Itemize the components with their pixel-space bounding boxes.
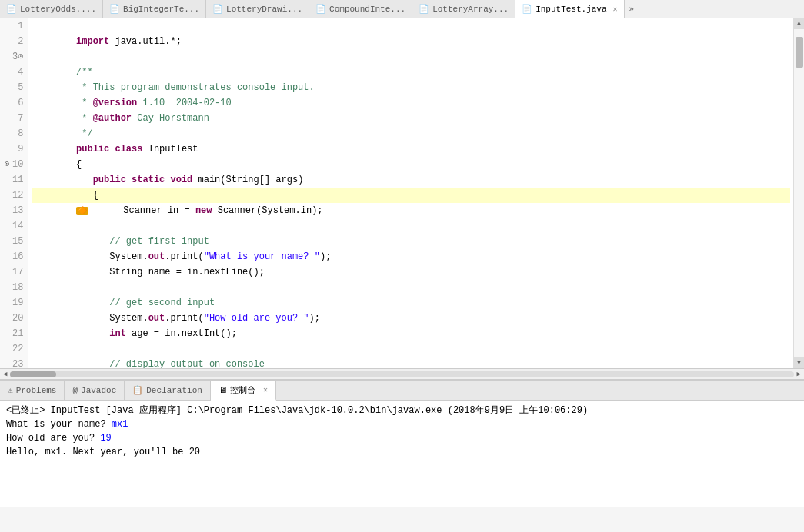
code-line-1: import java.util.*; [32,18,790,34]
tab-javadoc[interactable]: @ Javadoc [65,381,125,400]
console-run-text: <已终止> InputTest [Java 应用程序] C:\Program F… [6,405,588,416]
tab-label: CompoundInte... [329,5,405,14]
code-line-18: // get second input [32,280,790,295]
line-num: 4 [18,65,23,80]
code-line-14: // get first input [32,218,790,234]
breakpoint-marker: 🔶 [76,207,88,215]
editor-container: 1 2 3⊙ 4 5 6 7 8 9 ⊙10 11 12 13 14 15 16… [0,18,804,380]
code-line-22: // display output on console [32,341,790,357]
code-line-8: public class InputTest [32,126,790,141]
console-line-3: Hello, mx1. Next year, you'll be 20 [6,445,798,459]
console-run-line: <已终止> InputTest [Java 应用程序] C:\Program F… [6,404,798,417]
line-num: 13 [12,203,23,218]
problems-icon: ⚠ [8,385,13,395]
tab-icon: 📄 [419,4,429,14]
line-num: 17 [12,264,23,280]
tab-label: LotteryDrawi... [226,5,302,14]
line-num: 5 [18,80,23,95]
javadoc-icon: @ [72,386,78,395]
tab-label: 控制台 [230,384,255,396]
line-num: 6 [18,95,23,111]
line-num: 15 [12,234,23,249]
line-num: 20 [12,311,23,326]
bottom-panel: ⚠ Problems @ Javadoc 📋 Declaration 🖥 控制台… [0,380,804,507]
h-scroll-thumb[interactable] [10,371,56,377]
tab-label: Javadoc [81,386,116,395]
tab-label: BigIntegerTe... [123,5,199,14]
line-num: 22 [12,341,23,357]
tab-input-test[interactable]: 📄 InputTest.java ✕ [515,0,624,18]
tab-lottery-odds[interactable]: 📄 LotteryOdds.... [0,0,103,18]
console-prompt-2: How old are you? [6,433,100,444]
tab-label: Problems [16,386,57,395]
scroll-left-icon[interactable]: ◀ [3,370,7,378]
tab-bar: 📄 LotteryOdds.... 📄 BigIntegerTe... 📄 Lo… [0,0,804,18]
line-num: 3⊙ [12,49,23,65]
tab-lottery-array[interactable]: 📄 LotteryArray... [412,0,515,18]
code-line-10: public static void main(String[] args) [32,157,790,172]
line-numbers: 1 2 3⊙ 4 5 6 7 8 9 ⊙10 11 12 13 14 15 16… [0,18,28,368]
code-line-12: 🔶 Scanner in = new Scanner(System.in); [32,188,790,203]
vertical-scrollbar[interactable]: ▲ ▼ [793,18,804,368]
code-line-3: /** [32,49,790,65]
tab-console[interactable]: 🖥 控制台 ✕ [211,381,276,401]
line-num: 18 [12,280,23,295]
declaration-icon: 📋 [132,385,143,395]
line-num: 7 [18,111,23,126]
tab-icon: 📄 [315,4,326,14]
console-close-icon[interactable]: ✕ [263,385,268,394]
line-num: 10 [12,157,23,172]
line-num: 14 [12,218,23,234]
line-num: 23 [12,357,23,368]
tab-label: Declaration [146,386,202,395]
h-scroll-track[interactable] [10,371,793,377]
tab-icon: 📄 [212,4,223,14]
console-prompt-1: What is your name? [6,419,112,430]
line-num: 8 [18,126,23,141]
tab-icon: 📄 [6,4,17,14]
line-num: 2 [18,34,23,49]
tab-icon: 📄 [109,4,120,14]
line-num: 19 [12,295,23,311]
tab-big-integer[interactable]: 📄 BigIntegerTe... [103,0,206,18]
tab-close-icon[interactable]: ✕ [613,5,618,14]
console-output-3: Hello, mx1. Next year, you'll be 20 [6,447,200,457]
tab-declaration[interactable]: 📋 Declaration [125,381,211,400]
tab-icon: 📄 [522,4,532,14]
tab-overflow[interactable]: » [625,0,639,18]
tab-problems[interactable]: ⚠ Problems [0,381,65,400]
console-icon: 🖥 [219,385,227,395]
scroll-right-icon[interactable]: ▶ [797,370,801,378]
console-line-1: What is your name? mx1 [6,417,798,431]
bottom-tab-bar: ⚠ Problems @ Javadoc 📋 Declaration 🖥 控制台… [0,381,804,401]
console-line-2: How old are you? 19 [6,431,798,445]
line-num: 9 [18,141,23,157]
scroll-track[interactable] [794,29,805,357]
console-input-2: 19 [100,433,111,444]
code-line-4: * This program demonstrates console inpu… [32,65,790,80]
tab-label: LotteryOdds.... [20,5,96,14]
scroll-thumb[interactable] [796,37,803,68]
line-num: 16 [12,249,23,264]
arrow-icon: ⊙ [5,157,9,172]
line-num: 11 [12,172,23,188]
code-content[interactable]: import java.util.*; /** * This program d… [28,18,793,368]
scroll-up-button[interactable]: ▲ [794,18,805,29]
code-area: 1 2 3⊙ 4 5 6 7 8 9 ⊙10 11 12 13 14 15 16… [0,18,804,368]
line-num: 12 [12,188,23,203]
console-input-1: mx1 [112,419,128,430]
horizontal-scrollbar[interactable]: ◀ ▶ [0,368,804,379]
line-num: 1 [18,18,23,34]
keyword: import [76,36,109,47]
tab-label: LotteryArray... [432,5,509,14]
tab-lottery-draw[interactable]: 📄 LotteryDrawi... [206,0,309,18]
scroll-down-button[interactable]: ▼ [794,357,805,368]
tab-label: InputTest.java [535,5,606,14]
console-area: <已终止> InputTest [Java 应用程序] C:\Program F… [0,401,804,507]
tab-compound-inte[interactable]: 📄 CompoundInte... [309,0,412,18]
line-num: 21 [12,326,23,341]
